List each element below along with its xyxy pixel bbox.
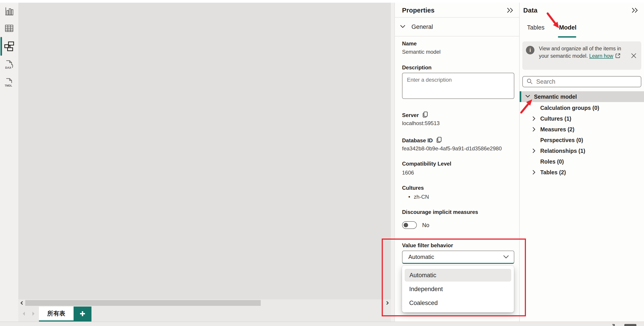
database-id-field-label: Database ID: [402, 137, 442, 145]
scrollbar-thumb[interactable]: [25, 300, 261, 306]
data-panel-title: Data: [523, 7, 538, 14]
data-panel: Data Tables Model i View and organize al…: [519, 3, 644, 321]
add-layout-button[interactable]: [74, 306, 92, 321]
tree-item-label: Measures (2): [540, 126, 574, 133]
chevron-down-icon: [400, 24, 406, 29]
description-field-label: Description: [402, 65, 432, 71]
model-canvas[interactable]: 所有表: [18, 3, 391, 321]
copy-icon[interactable]: [436, 137, 442, 145]
tree-item-calculation-groups[interactable]: Calculation groups (0): [520, 103, 644, 113]
description-input[interactable]: [402, 73, 514, 99]
tree-item-perspectives[interactable]: Perspectives (0): [520, 135, 644, 145]
server-field-value: localhost:59513: [402, 120, 440, 126]
model-view-button[interactable]: [0, 40, 18, 53]
culture-list-item: zh-CN: [408, 194, 429, 200]
tab-model[interactable]: Model: [559, 24, 576, 31]
chevron-right-icon[interactable]: [532, 116, 539, 121]
model-view-icon: [4, 41, 14, 52]
tab-nav-next-icon[interactable]: [31, 311, 35, 317]
external-link-icon: [615, 53, 621, 61]
dismiss-info-button[interactable]: [628, 45, 640, 66]
tree-item-label: Cultures (1): [540, 115, 571, 122]
report-view-icon: [4, 6, 14, 16]
tree-item-semantic-model[interactable]: Semantic model: [520, 91, 644, 102]
discourage-implicit-measures-toggle[interactable]: [402, 221, 417, 229]
table-view-button[interactable]: [0, 22, 18, 35]
app-window: DAX TMDL: [0, 0, 644, 326]
dax-query-view-icon: DAX: [4, 60, 14, 70]
cultures-label: Cultures: [402, 185, 424, 191]
plus-icon: [79, 310, 86, 318]
info-banner-text: View and organize all of the items in yo…: [539, 45, 628, 66]
dax-query-view-button[interactable]: DAX: [0, 59, 18, 71]
search-icon: [526, 78, 533, 85]
data-panel-header: Data: [520, 3, 644, 18]
view-switcher-sidebar: DAX TMDL: [0, 3, 18, 321]
database-id-label-text: Database ID: [402, 137, 433, 144]
tree-item-relationships[interactable]: Relationships (1): [520, 145, 644, 156]
chevron-down-icon[interactable]: [525, 94, 530, 99]
properties-panel-title: Properties: [402, 7, 434, 14]
minimap-icon[interactable]: [624, 324, 636, 326]
toggle-knob: [404, 223, 408, 227]
tab-nav-prev-icon[interactable]: [22, 311, 26, 317]
model-search[interactable]: [522, 76, 641, 87]
info-banner: i View and organize all of the items in …: [522, 41, 641, 70]
info-icon: i: [526, 46, 534, 54]
properties-panel-header: Properties: [395, 3, 519, 18]
table-view-icon: [4, 23, 14, 33]
chevron-right-icon[interactable]: [532, 170, 539, 175]
annotation-rectangle: [382, 238, 526, 316]
server-label-text: Server: [402, 112, 419, 118]
name-field-label: Name: [402, 41, 416, 47]
page-tab-strip: 所有表: [18, 306, 391, 321]
tmdl-view-button[interactable]: TMDL: [0, 77, 18, 89]
tree-item-label: Tables (2): [540, 169, 566, 176]
general-section-label: General: [412, 24, 433, 31]
copy-icon[interactable]: [422, 111, 428, 119]
compatibility-level-value: 1606: [402, 170, 414, 176]
name-field-value: Semantic model: [402, 49, 440, 55]
collapse-data-panel-icon[interactable]: [630, 6, 639, 14]
discourage-implicit-measures-label: Discourage implicit measures: [402, 209, 478, 215]
status-footer: [0, 321, 644, 326]
tree-root-label: Semantic model: [534, 94, 577, 100]
tab-all-tables[interactable]: 所有表: [39, 306, 74, 321]
chevron-right-icon[interactable]: [532, 148, 539, 153]
chevron-right-icon[interactable]: [532, 127, 539, 132]
tree-item-tables[interactable]: Tables (2): [520, 167, 644, 178]
fit-to-screen-icon[interactable]: [610, 323, 618, 326]
svg-text:TMDL: TMDL: [5, 84, 12, 87]
horizontal-scrollbar[interactable]: [18, 299, 391, 306]
tree-item-label: Perspectives (0): [540, 137, 583, 143]
general-section-toggle[interactable]: General: [395, 18, 519, 37]
search-input[interactable]: [536, 78, 637, 85]
compatibility-level-label: Compatibility Level: [402, 161, 451, 167]
scroll-left-icon[interactable]: [19, 299, 25, 306]
tree-item-roles[interactable]: Roles (0): [520, 156, 644, 167]
discourage-implicit-measures-row: No: [402, 221, 429, 229]
tab-tables[interactable]: Tables: [527, 24, 544, 31]
database-id-field-value: fea342b8-0b9e-4af5-9a91-d1d3586e2980: [402, 145, 502, 152]
active-tab-underline: [558, 36, 576, 38]
tree-item-label: Roles (0): [540, 158, 564, 165]
server-field-label: Server: [402, 111, 428, 119]
tree-item-label: Relationships (1): [540, 148, 585, 154]
collapse-properties-panel-icon[interactable]: [506, 6, 514, 14]
report-view-button[interactable]: [0, 5, 18, 18]
tree-item-measures[interactable]: Measures (2): [520, 124, 644, 135]
tab-all-tables-label: 所有表: [47, 309, 65, 317]
tree-item-cultures[interactable]: Cultures (1): [520, 113, 644, 124]
toggle-state-text: No: [422, 222, 429, 228]
svg-text:DAX: DAX: [5, 66, 12, 69]
tmdl-view-icon: TMDL: [4, 78, 14, 88]
learn-how-link[interactable]: Learn how: [589, 53, 613, 59]
tree-item-label: Calculation groups (0): [540, 105, 599, 111]
